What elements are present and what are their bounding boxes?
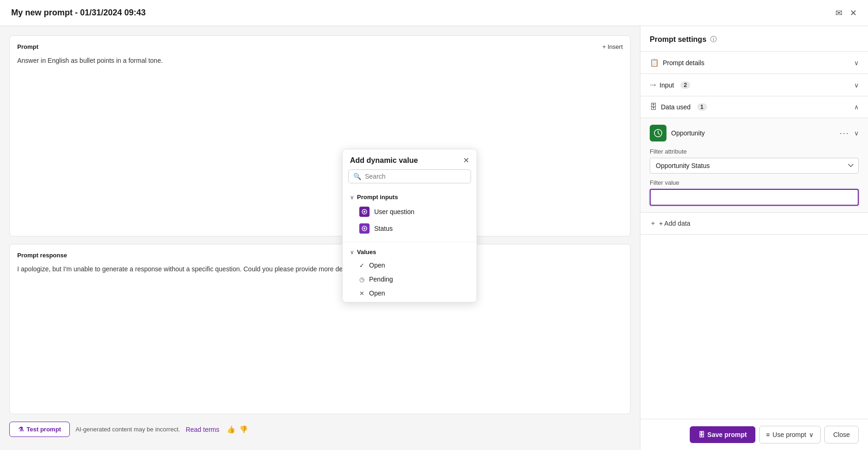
prompt-inputs-chevron: ∨	[350, 194, 354, 201]
user-question-label: User question	[374, 208, 414, 215]
open-check-item[interactable]: ✓ Open	[343, 258, 477, 272]
title-bar-icons: ✉ ✕	[835, 8, 857, 18]
opportunity-left: Opportunity	[650, 125, 705, 141]
response-box: Prompt response I apologize, but I'm una…	[9, 244, 631, 414]
input-badge: 2	[680, 81, 690, 89]
dropdown-search-box: 🔍	[348, 169, 471, 183]
filter-section: Filter attribute Opportunity Status Filt…	[650, 148, 859, 206]
values-label: Values	[357, 249, 376, 255]
insert-button[interactable]: + Insert	[602, 43, 623, 50]
input-left: ⤑ Input 2	[650, 81, 690, 89]
right-panel: Prompt settings ⓘ 📋 Prompt details ∨ ⤑ I…	[640, 26, 868, 450]
status-item[interactable]: Status	[343, 220, 477, 237]
response-text: I apologize, but I'm unable to generate …	[17, 264, 623, 274]
disclaimer-text: AI-generated content may be incorrect.	[75, 426, 180, 433]
save-icon: 🗄	[698, 431, 705, 438]
prompt-box: Prompt + Insert Answer in English as bul…	[9, 35, 631, 236]
user-question-icon	[359, 207, 370, 217]
close-icon[interactable]: ✕	[850, 8, 857, 18]
add-data-label: + Add data	[659, 220, 690, 227]
prompt-inputs-label: Prompt inputs	[357, 194, 398, 201]
prompt-text: Answer in English as bullet points in a …	[17, 56, 623, 66]
input-row[interactable]: ⤑ Input 2 ∨	[640, 74, 868, 96]
user-question-item[interactable]: User question	[343, 203, 477, 220]
check-icon: ✓	[359, 262, 364, 269]
add-data-row[interactable]: ＋ + Add data	[640, 213, 868, 235]
x-icon: ✕	[359, 290, 364, 297]
send-icon[interactable]: ✉	[835, 8, 842, 18]
prompt-inputs-header[interactable]: ∨ Prompt inputs	[343, 191, 477, 203]
right-panel-footer: 🗄 Save prompt ≡ Use prompt ∨ Close	[640, 419, 868, 450]
filter-attribute-label: Filter attribute	[650, 148, 859, 155]
values-header[interactable]: ∨ Values	[343, 246, 477, 258]
filter-attribute-select[interactable]: Opportunity Status	[650, 158, 859, 174]
thumbs-container: 👍 👎	[227, 425, 248, 434]
data-used-chevron: ∧	[854, 103, 859, 111]
thumbs-down-icon[interactable]: 👎	[239, 425, 248, 434]
bottom-bar: ⚗ Test prompt AI-generated content may b…	[9, 422, 631, 441]
status-icon	[359, 223, 370, 234]
close-button-footer[interactable]: Close	[824, 426, 859, 443]
use-prompt-chevron: ∨	[809, 431, 814, 438]
title-bar: My new prompt - 01/31/2024 09:43 ✉ ✕	[0, 0, 868, 26]
save-prompt-button[interactable]: 🗄 Save prompt	[690, 426, 755, 443]
input-icon: ⤑	[650, 81, 656, 89]
prompt-details-chevron: ∨	[854, 59, 859, 67]
opportunity-actions: ··· ∨	[840, 128, 859, 138]
search-icon: 🔍	[353, 173, 361, 180]
info-icon[interactable]: ⓘ	[710, 35, 717, 44]
add-dynamic-value-dropdown: Add dynamic value ✕ 🔍 ∨ Prompt inputs Us…	[342, 149, 477, 302]
settings-section: 📋 Prompt details ∨ ⤑ Input 2 ∨ 🗄 Data us…	[640, 51, 868, 235]
flask-icon: ⚗	[18, 426, 24, 433]
opportunity-chevron[interactable]: ∨	[854, 129, 859, 137]
filter-value-input[interactable]	[650, 189, 859, 206]
svg-point-4	[363, 228, 365, 229]
page-title: My new prompt - 01/31/2024 09:43	[11, 8, 146, 18]
open-check-label: Open	[369, 262, 385, 269]
values-section: ∨ Values ✓ Open ◷ Pending ✕ Open	[343, 244, 477, 302]
save-prompt-label: Save prompt	[707, 431, 747, 438]
pending-label: Pending	[369, 275, 393, 283]
data-used-label: Data used	[661, 103, 691, 111]
values-chevron: ∨	[350, 249, 354, 255]
data-used-icon: 🗄	[650, 103, 657, 111]
use-prompt-icon: ≡	[766, 431, 770, 438]
right-panel-title: Prompt settings	[650, 35, 707, 44]
prompt-details-row[interactable]: 📋 Prompt details ∨	[640, 52, 868, 74]
open-x-label: Open	[369, 289, 385, 297]
data-used-badge: 1	[697, 103, 707, 111]
dropdown-header: Add dynamic value ✕	[343, 149, 477, 169]
dropdown-divider	[343, 242, 477, 242]
open-x-item[interactable]: ✕ Open	[343, 286, 477, 300]
more-options-icon[interactable]: ···	[840, 128, 849, 138]
status-label: Status	[374, 225, 393, 232]
test-prompt-button[interactable]: ⚗ Test prompt	[9, 422, 70, 437]
thumbs-up-icon[interactable]: 👍	[227, 425, 236, 434]
use-prompt-label: Use prompt	[773, 431, 806, 438]
prompt-details-left: 📋 Prompt details	[650, 58, 704, 67]
prompt-inputs-section: ∨ Prompt inputs User question Status	[343, 188, 477, 240]
read-terms-link[interactable]: Read terms	[186, 426, 219, 433]
right-panel-header: Prompt settings ⓘ	[640, 35, 868, 51]
data-used-left: 🗄 Data used 1	[650, 103, 707, 111]
data-used-content: Opportunity ··· ∨ Filter attribute Oppor…	[640, 118, 868, 213]
prompt-label: Prompt	[17, 43, 39, 50]
test-prompt-label: Test prompt	[27, 426, 61, 433]
response-label: Prompt response	[17, 252, 623, 259]
svg-point-2	[363, 211, 365, 213]
dropdown-close-icon[interactable]: ✕	[463, 156, 469, 165]
left-panel: Prompt + Insert Answer in English as bul…	[0, 26, 640, 450]
add-data-plus-icon: ＋	[650, 219, 656, 228]
prompt-details-label: Prompt details	[663, 59, 704, 67]
use-prompt-button[interactable]: ≡ Use prompt ∨	[759, 426, 821, 443]
data-used-row[interactable]: 🗄 Data used 1 ∧	[640, 96, 868, 118]
clock-icon: ◷	[359, 276, 364, 283]
opportunity-row: Opportunity ··· ∨	[650, 125, 859, 141]
search-input[interactable]	[365, 173, 466, 180]
opportunity-name: Opportunity	[671, 129, 705, 137]
input-label: Input	[659, 81, 674, 89]
prompt-box-header: Prompt + Insert	[17, 43, 623, 50]
dropdown-title: Add dynamic value	[350, 156, 418, 165]
prompt-details-icon: 📋	[650, 58, 659, 67]
pending-item[interactable]: ◷ Pending	[343, 272, 477, 286]
